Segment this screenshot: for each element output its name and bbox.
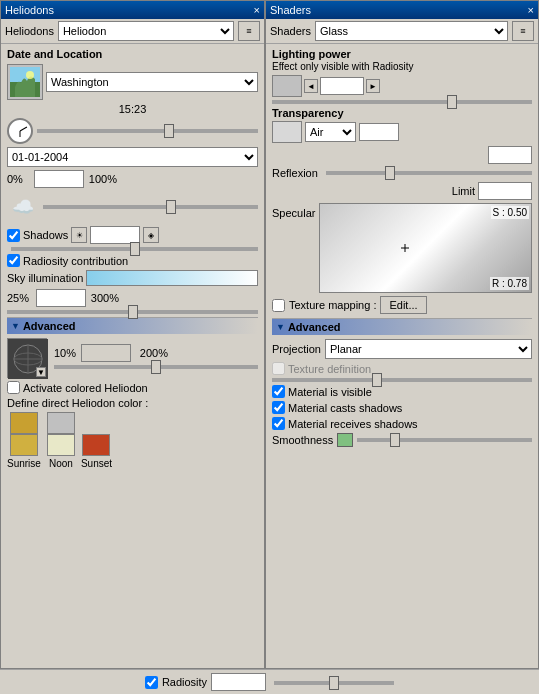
lighting-right-btn[interactable]: ►	[366, 79, 380, 93]
sunrise-color1[interactable]	[10, 412, 38, 434]
advanced-section: ▼ Advanced ▼	[7, 317, 258, 469]
zoom-min-label: 25%	[7, 292, 33, 304]
location-image	[7, 64, 43, 100]
heliodons-dropdown[interactable]: Heliodon	[58, 21, 234, 41]
heliodons-title: Heliodons	[5, 4, 54, 16]
shaders-close-btn[interactable]: ×	[528, 4, 534, 16]
preview-min: 10%	[54, 347, 78, 359]
bottom-radiosity-slider[interactable]	[274, 681, 394, 685]
projection-row: Projection Planar Cubic Spherical	[272, 339, 532, 359]
lighting-preview	[272, 75, 302, 97]
noon-color[interactable]	[47, 412, 75, 434]
date-row: 01-01-2004	[7, 147, 258, 167]
lighting-label: Lighting power	[272, 48, 532, 60]
advanced-header[interactable]: ▼ Advanced	[7, 318, 258, 334]
zoom-max-label: 300%	[89, 292, 119, 304]
smoothness-slider[interactable]	[357, 438, 532, 442]
shaders-dropdown[interactable]: Glass	[315, 21, 508, 41]
heliodons-panel: Heliodons × Heliodons Heliodon ≡ Date an…	[0, 0, 265, 669]
color-swatches-row: Sunrise Noon Sunset	[7, 412, 258, 469]
limit-label: Limit	[452, 185, 475, 197]
time-display: 15:23	[119, 103, 147, 115]
material-visible-checkbox[interactable]	[272, 385, 285, 398]
sunrise-group: Sunrise	[7, 412, 41, 469]
lighting-left-btn[interactable]: ◄	[304, 79, 318, 93]
heliodons-close-btn[interactable]: ×	[254, 4, 260, 16]
shaders-toolbar-label: Shaders	[270, 25, 311, 37]
preview-max: 200%	[134, 347, 168, 359]
sun-slider[interactable]	[43, 205, 258, 209]
s-value-label: S : 0.50	[491, 206, 529, 219]
sunset-group: Sunset	[81, 434, 112, 469]
sunrise-color2[interactable]	[10, 434, 38, 456]
sky-illum-row: Sky illumination	[7, 270, 258, 286]
sunset-color[interactable]	[82, 434, 110, 456]
activate-colored-checkbox[interactable]	[7, 381, 20, 394]
activate-colored-row: Activate colored Heliodon	[7, 381, 258, 394]
material-receives-label: Material receives shadows	[288, 418, 418, 430]
reflexion-label: Reflexion	[272, 167, 322, 179]
heliodons-list-btn[interactable]: ≡	[238, 21, 260, 41]
shadows-slider[interactable]	[11, 247, 258, 251]
preview-slider-row	[54, 365, 258, 369]
texture-checkbox[interactable]	[272, 299, 285, 312]
transparency-value[interactable]: 1.00	[359, 123, 399, 141]
limit-row: Limit 0.00 m	[272, 182, 532, 200]
time-slider-row	[7, 118, 258, 144]
helio-preview-row: ▼ 10% 100.00 200%	[7, 338, 258, 378]
transparency-sub-row: 0.31	[272, 146, 532, 164]
reflexion-slider[interactable]	[326, 171, 532, 175]
noon-color2[interactable]	[47, 434, 75, 456]
crosshair	[401, 244, 409, 252]
sun-value[interactable]: 60.00	[34, 170, 84, 188]
location-row: Washington	[7, 64, 258, 100]
preview-slider[interactable]	[54, 365, 258, 369]
zoom-slider[interactable]	[7, 310, 258, 314]
location-dropdown[interactable]: Washington	[46, 72, 258, 92]
material-casts-label: Material casts shadows	[288, 402, 402, 414]
bottom-radiosity-value[interactable]: 100.00	[211, 673, 266, 691]
helio-dropdown-arrow[interactable]: ▼	[36, 367, 46, 377]
noon-label: Noon	[49, 458, 73, 469]
shadow-icon2: ◈	[143, 227, 159, 243]
noon-group: Noon	[47, 412, 75, 469]
material-casts-checkbox[interactable]	[272, 401, 285, 414]
sun-max-label: 100%	[87, 173, 117, 185]
shadows-checkbox[interactable]	[7, 229, 20, 242]
lighting-value[interactable]: 4.99	[320, 77, 364, 95]
weather-icon: ☁️	[7, 191, 39, 223]
helio-controls: 10% 100.00 200%	[54, 344, 258, 372]
lighting-row: ◄ 4.99 ►	[272, 75, 532, 97]
sunrise-label: Sunrise	[7, 458, 41, 469]
shaders-advanced-header[interactable]: ▼ Advanced	[272, 319, 532, 335]
lighting-slider-row	[272, 100, 532, 104]
radiosity-label: Radiosity contribution	[23, 255, 128, 267]
heliodons-toolbar: Heliodons Heliodon ≡	[1, 19, 264, 44]
bottom-radiosity-label: Radiosity	[162, 676, 207, 688]
edit-btn[interactable]: Edit...	[380, 296, 426, 314]
transparency-sub-value[interactable]: 0.31	[488, 146, 532, 164]
specular-row: Specular S : 0.50 R : 0.78	[272, 203, 532, 293]
date-dropdown[interactable]: 01-01-2004	[7, 147, 258, 167]
sun-slider-row: ☁️	[7, 191, 258, 223]
limit-value[interactable]: 0.00 m	[478, 182, 532, 200]
smoothness-color	[337, 433, 353, 447]
shaders-list-btn[interactable]: ≡	[512, 21, 534, 41]
radiosity-checkbox[interactable]	[7, 254, 20, 267]
projection-label: Projection	[272, 343, 321, 355]
activate-colored-label: Activate colored Heliodon	[23, 382, 148, 394]
bottom-radiosity-checkbox[interactable]	[145, 676, 158, 689]
time-slider[interactable]	[37, 129, 258, 133]
transparency-material[interactable]: Air Water Glass	[305, 122, 356, 142]
specular-box[interactable]: S : 0.50 R : 0.78	[319, 203, 532, 293]
bottom-bar: Radiosity 100.00	[0, 669, 539, 694]
lighting-slider[interactable]	[272, 100, 532, 104]
sunset-label: Sunset	[81, 458, 112, 469]
material-receives-checkbox[interactable]	[272, 417, 285, 430]
sun-min-label: 0%	[7, 173, 31, 185]
material-casts-row: Material casts shadows	[272, 401, 532, 414]
texture-def-slider[interactable]	[272, 378, 532, 382]
projection-dropdown[interactable]: Planar Cubic Spherical	[325, 339, 532, 359]
sky-illum-label: Sky illumination	[7, 272, 83, 284]
time-row: 15:23	[7, 103, 258, 115]
